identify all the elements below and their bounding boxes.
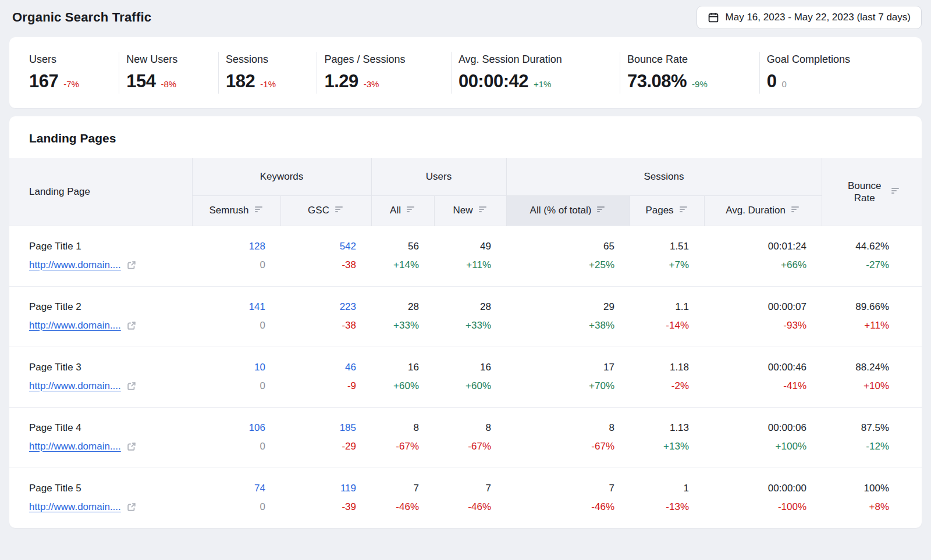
metric-cell: 28+33% [371, 286, 434, 347]
metric-value: 8 [506, 419, 614, 437]
metric-cell: 00:00:06+100% [704, 407, 822, 468]
metric-delta: +38% [506, 316, 614, 335]
page-title: Page Title 1 [29, 237, 192, 256]
kpi-delta: 0 [782, 79, 787, 89]
metric-link[interactable]: 128 [192, 237, 265, 256]
page-title: Page Title 3 [29, 358, 192, 377]
table-row: Page Title 2 http://www.domain.... 14102… [9, 286, 922, 347]
table-row: Page Title 5 http://www.domain.... 74011… [9, 468, 922, 528]
metric-delta: +100% [704, 437, 806, 456]
page-title: Page Title 5 [29, 479, 192, 498]
kpi-delta: -3% [364, 79, 379, 89]
column-header-gsc[interactable]: GSC [280, 195, 371, 226]
metric-cell: 00:00:46-41% [704, 347, 822, 407]
metric-link[interactable]: 106 [192, 419, 265, 437]
metric-cell: 88.24%+10% [822, 347, 922, 407]
kpi-row: Users 167 -7% New Users 154 -8% Sessions… [9, 52, 922, 94]
metric-link[interactable]: 74 [192, 479, 265, 498]
metric-delta: +60% [371, 377, 419, 395]
column-header-bounce-rate[interactable]: Bounce Rate [822, 158, 922, 226]
metric-cell: 87.5%-12% [822, 407, 922, 468]
metric-link[interactable]: 119 [280, 479, 356, 498]
metric-delta: -13% [630, 498, 689, 516]
metric-value: 1.51 [630, 237, 689, 256]
column-header-users-all[interactable]: All [371, 195, 434, 226]
metric-cell: 542-38 [280, 226, 371, 286]
metric-cell: 16+60% [371, 347, 434, 407]
metric-cell: 28+33% [434, 286, 506, 347]
metric-cell: 1.13+13% [630, 407, 704, 468]
metric-value: 100% [822, 479, 889, 498]
metric-delta: +33% [434, 316, 491, 335]
metric-value: 28 [434, 298, 491, 316]
metric-link[interactable]: 223 [280, 298, 356, 316]
metric-delta: -14% [630, 316, 689, 335]
metric-delta: +11% [822, 316, 889, 335]
page-url-text: http://www.domain.... [29, 501, 121, 512]
table-row: Page Title 1 http://www.domain.... 12805… [9, 226, 922, 286]
metric-cell: 89.66%+11% [822, 286, 922, 347]
metric-cell: 119-39 [280, 468, 371, 528]
metric-value: 49 [434, 237, 491, 256]
metric-link[interactable]: 141 [192, 298, 265, 316]
page-url-link[interactable]: http://www.domain.... [29, 377, 121, 395]
metric-value: 89.66% [822, 298, 889, 316]
metric-delta: -27% [822, 256, 889, 274]
metric-value: 00:00:06 [704, 419, 806, 437]
column-header-pages[interactable]: Pages [630, 195, 704, 226]
metric-link[interactable]: 185 [280, 419, 356, 437]
metric-delta: +25% [506, 256, 614, 274]
page-url-link[interactable]: http://www.domain.... [29, 316, 121, 335]
metric-cell: 00:01:24+66% [704, 226, 822, 286]
kpi-label: Pages / Sessions [324, 53, 445, 66]
metric-link[interactable]: 10 [192, 358, 265, 377]
metric-value: 16 [434, 358, 491, 377]
metric-delta: +70% [506, 377, 614, 395]
metric-cell: 00:00:07-93% [704, 286, 822, 347]
column-header-users-new[interactable]: New [434, 195, 506, 226]
metric-delta: -9 [280, 377, 356, 395]
column-header-semrush[interactable]: Semrush [192, 195, 280, 226]
kpi-value: 154 [126, 71, 155, 92]
metric-delta: 0 [192, 316, 265, 335]
external-link-icon[interactable] [126, 260, 137, 270]
column-header-avg-duration[interactable]: Avg. Duration [704, 195, 822, 226]
external-link-icon[interactable] [126, 502, 137, 512]
page-title: Page Title 2 [29, 298, 192, 316]
metric-delta: -2% [630, 377, 689, 395]
page-url-link[interactable]: http://www.domain.... [29, 437, 121, 456]
group-header-sessions: Sessions [506, 158, 822, 195]
kpi-label: New Users [126, 53, 212, 66]
date-range-picker[interactable]: May 16, 2023 - May 22, 2023 (last 7 days… [697, 6, 922, 29]
metric-cell: 8-67% [371, 407, 434, 468]
sort-icon [596, 205, 606, 216]
kpi-label: Bounce Rate [627, 53, 754, 66]
column-header-sessions-all[interactable]: All (% of total) [506, 195, 630, 226]
metric-cell: 7-46% [506, 468, 630, 528]
page-url-link[interactable]: http://www.domain.... [29, 256, 121, 274]
metric-delta: +13% [630, 437, 689, 456]
kpi-item: Users 167 -7% [9, 52, 119, 94]
metric-link[interactable]: 46 [280, 358, 356, 377]
landing-page-cell: Page Title 4 http://www.domain.... [9, 407, 192, 468]
metric-value: 1.13 [630, 419, 689, 437]
metric-delta: +14% [371, 256, 419, 274]
metric-cell: 740 [192, 468, 280, 528]
metric-cell: 00:00:00-100% [704, 468, 822, 528]
metric-cell: 8-67% [506, 407, 630, 468]
metric-delta: -46% [371, 498, 419, 516]
metric-link[interactable]: 542 [280, 237, 356, 256]
sort-icon [406, 205, 415, 216]
external-link-icon[interactable] [126, 320, 137, 331]
kpi-label: Goal Completions [767, 53, 916, 66]
group-header-users: Users [371, 158, 506, 195]
kpi-item: New Users 154 -8% [119, 52, 218, 94]
page-url-link[interactable]: http://www.domain.... [29, 498, 121, 516]
kpi-value: 182 [226, 71, 255, 92]
external-link-icon[interactable] [126, 441, 137, 452]
metric-delta: -46% [434, 498, 491, 516]
metric-cell: 1.18-2% [630, 347, 704, 407]
sort-icon [891, 186, 900, 198]
sort-icon [254, 205, 264, 216]
external-link-icon[interactable] [126, 381, 137, 391]
